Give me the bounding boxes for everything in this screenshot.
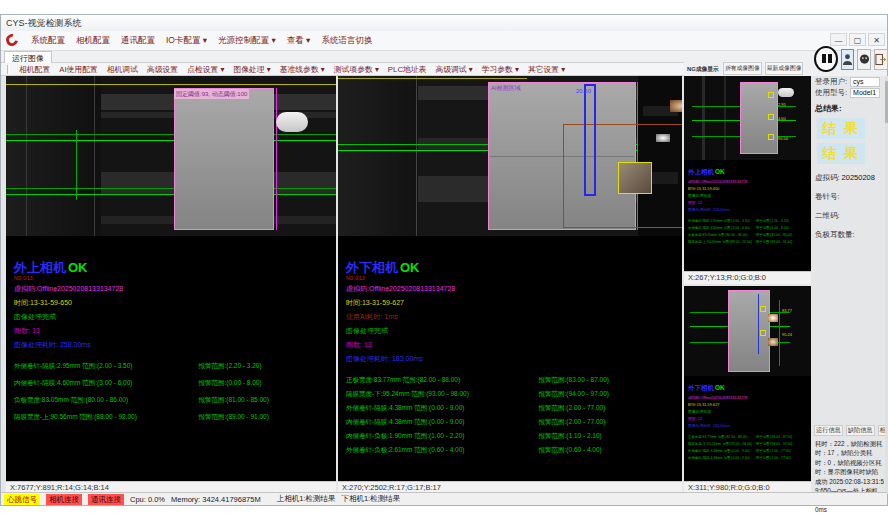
processing-done-line: 图像处理完成 [346, 326, 678, 336]
measure-tag: 2.95 [778, 102, 786, 107]
menu-item-language[interactable]: 系统语言切换 [321, 35, 372, 47]
measure-tag: 4.60 [778, 116, 786, 121]
toolbar-camera-config[interactable]: 相机配置 [19, 64, 50, 75]
sidebar: 登录用户: cys 使用型号: Model1 总结果: 结 果 结 果 虚拟码:… [814, 76, 885, 494]
menu-item-system-config[interactable]: 系统配置 [31, 35, 65, 47]
title-bar[interactable]: CYS-视觉检测系统 [1, 15, 887, 31]
toolbar-test-params[interactable]: 测试项参数 ▾ [334, 64, 379, 75]
measurement-row: 外侧卷针-隔膜:2.95mm 范围:(2.00 - 3.50)报警范围:(2.2… [14, 362, 332, 371]
measure-tag: 83.77 [782, 308, 792, 313]
toolbar-baseline-params[interactable]: 基准线参数 ▾ [280, 64, 325, 75]
roi-line-blue [758, 294, 759, 354]
green-guide-line [6, 188, 336, 189]
main-area: 固定阈值:93, 动态阈值:100 外上相机OK NG:0/13 虚拟码:Off… [1, 76, 888, 494]
roi-line-brown [779, 300, 780, 366]
toolbar-learning-params[interactable]: 学习参数 ▾ [482, 64, 519, 75]
measurement-row: 隔膜宽度-上:90.56mm 范围:(88.00 - 92.00)报警范围:(8… [14, 413, 332, 422]
tab-defect-info[interactable]: 缺陷信息 [846, 425, 875, 436]
bright-spot [768, 314, 778, 322]
machine-edge [94, 76, 95, 236]
time-line: 时间:13-31-59-650 [14, 298, 332, 308]
ng-gallery-header: NG成像显示 所有成像图像 最新成像图像 [684, 59, 811, 76]
pause-icon [822, 54, 826, 63]
toolbar-plc-table[interactable]: PLC地址表 [388, 64, 427, 75]
app-window: CYS-视觉检测系统 系统配置 相机配置 通讯配置 IO卡配置 ▾ 光源控制配置… [0, 0, 888, 522]
result-ok-badge: OK [68, 260, 88, 275]
camera-image-upper[interactable]: 固定阈值:93, 动态阈值:100 [6, 76, 336, 236]
ng-thumbnail-1[interactable]: 2.95 4.60 90.56 外上相机OK 虚拟码:Offline202502… [684, 76, 811, 284]
toolbar-spot-check[interactable]: 点检设置 ▾ [187, 64, 224, 75]
winding-pin-field: 卷针号: [815, 192, 885, 202]
toolbar-image-processing[interactable]: 图像处理 ▾ [233, 64, 270, 75]
camera-link-badge: 相机连接 [46, 494, 82, 505]
menu-item-view[interactable]: 查看 ▾ [287, 35, 311, 47]
bright-spot [768, 338, 778, 346]
window-title: CYS-视觉检测系统 [6, 18, 82, 28]
virtual-code-line: 虚拟码:Offline20250208133134728 [346, 284, 678, 294]
yellow-guide-line [6, 84, 336, 85]
login-user-row: 登录用户: cys [815, 77, 885, 87]
toolbar-camera-debug[interactable]: 相机调试 [107, 64, 138, 75]
machine-shadow [6, 76, 101, 236]
machine-edge [702, 76, 705, 160]
toolbar-advanced-settings[interactable]: 高级设置 [147, 64, 178, 75]
tab-run-info[interactable]: 运行信息 [814, 425, 843, 436]
lower-camera-status: 下相机1:检测结果 [341, 494, 400, 504]
green-guide-line [6, 194, 336, 195]
toolbar: 相机配置 AI使用配置 相机调试 高级设置 点检设置 ▾ 图像处理 ▾ 基准线参… [1, 63, 684, 76]
camera-panel-lower: AI检测区域 20.60 外下相机OK NG:0/13 虚拟码:Offline2… [338, 76, 682, 494]
menu-item-light-config[interactable]: 光源控制配置 ▾ [218, 35, 276, 47]
thumbnail-text: 外上相机OK 虚拟码:Offline20250208133134728 时间:1… [688, 168, 809, 244]
toolbar-other-settings[interactable]: 其它设置 ▾ [528, 64, 565, 75]
elapsed-line: 图像处理耗时: 183.00ms [346, 354, 678, 364]
tab-run-image[interactable]: 运行图像 [4, 51, 52, 63]
result-box-lower: 结 果 [817, 143, 865, 164]
green-guide-line [6, 134, 336, 135]
bright-spot [670, 100, 682, 112]
threshold-overlay-label: 固定阈值:93, 动态阈值:100 [174, 89, 249, 99]
model-select[interactable]: Model1 [850, 88, 880, 98]
pause-icon [828, 54, 832, 63]
roi-box-yellow [760, 330, 766, 336]
menu-item-camera-config[interactable]: 相机配置 [76, 35, 110, 47]
virtual-code-line: 虚拟码:Offline20250208133134728 [14, 284, 332, 294]
roi-box-yellow [768, 114, 774, 120]
toolbar-advanced-debug[interactable]: 高级调试 ▾ [435, 64, 472, 75]
toolbar-ai-config[interactable]: AI使用配置 [59, 64, 98, 75]
ng-thumbnail-2[interactable]: 83.77 95.24 外下相机OK 虚拟码:Offline2025020813… [684, 286, 811, 494]
memory-usage: Memory: 3424.41796875M [171, 495, 261, 504]
user-button[interactable] [841, 49, 855, 70]
winding-pin [276, 112, 308, 132]
logout-button[interactable] [874, 49, 888, 70]
measure-tag: 90.56 [778, 136, 788, 141]
pause-button[interactable] [814, 46, 838, 72]
camera-result-text-lower: 外下相机OK NG:0/13 虚拟码:Offline20250208133134… [346, 259, 678, 460]
measure-tag: 20.60 [576, 88, 591, 94]
model-row: 使用型号: Model1 [815, 88, 885, 98]
tab-latest-images[interactable]: 最新成像图像 [765, 62, 804, 75]
total-result-label: 总结果: [815, 103, 885, 114]
virtual-code-field: 虚拟码:20250208 [815, 173, 885, 183]
camera-result-text-upper: 外上相机OK NG:0/13 虚拟码:Offline20250208133134… [14, 259, 332, 430]
battery-cell-region [174, 88, 274, 230]
measurement-row: 内侧卷针-隔膜:4.60mm 范围:(3.00 - 6.00)报警范围:(0.0… [14, 379, 332, 388]
tab-all-images[interactable]: 所有成像图像 [723, 62, 762, 75]
upper-camera-status: 上相机1:检测结果 [277, 494, 336, 504]
menu-item-comm-config[interactable]: 通讯配置 [121, 35, 155, 47]
login-user-value[interactable]: cys [850, 77, 880, 87]
main-window: CYS-视觉检测系统 系统配置 相机配置 通讯配置 IO卡配置 ▾ 光源控制配置… [0, 14, 888, 506]
menu-item-io-config[interactable]: IO卡配置 ▾ [166, 35, 207, 47]
ai-elapsed-line: 使用AI耗时: 1ms [346, 312, 678, 322]
machine-shadow [338, 76, 418, 236]
time-line: 时间:13-31-59-627 [346, 298, 678, 308]
heartbeat-badge: 心跳信号 [4, 494, 40, 505]
camera-image-lower[interactable]: AI检测区域 20.60 [338, 76, 682, 236]
page-tab-strip: 运行图像 [1, 51, 684, 63]
result-ok-badge: OK [400, 260, 420, 275]
measurement-row: 内侧卷针-负极:1.90mm 范围:(1.00 - 2.20)报警范围:(1.1… [346, 432, 678, 441]
operator-button[interactable] [857, 49, 871, 70]
yellow-guide-line [338, 78, 527, 79]
status-bar: 心跳信号 相机连接 通讯连接 Cpu: 0.0% Memory: 3424.41… [1, 492, 887, 505]
processing-done-line: 图像处理完成 [14, 312, 332, 322]
green-guide-line [76, 130, 77, 200]
